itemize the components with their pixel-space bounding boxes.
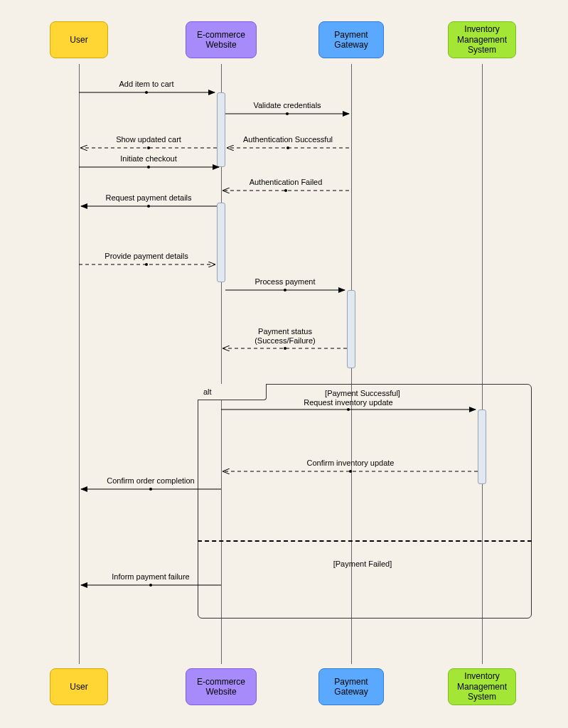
actor-label: Inventory Management System (451, 24, 513, 55)
actor-label: Payment Gateway (322, 677, 380, 697)
msg-checkout: Initiate checkout (120, 154, 177, 163)
actor-inventory-bottom: Inventory Management System (448, 668, 516, 705)
svg-point-11 (284, 189, 287, 192)
svg-point-27 (149, 584, 152, 587)
svg-point-15 (145, 263, 148, 266)
activation-website-1 (217, 92, 225, 167)
alt-label: alt (198, 384, 267, 400)
actor-label: E-commerce Website (189, 30, 253, 50)
arrows-layer: Add item to cart Validate credentials Us… (0, 0, 568, 728)
svg-point-17 (284, 289, 286, 291)
msg-status-a: Payment status (258, 327, 312, 336)
actor-website-top: E-commerce Website (186, 21, 257, 58)
svg-point-7 (286, 146, 289, 149)
alt-divider (198, 540, 532, 542)
actor-label: E-commerce Website (189, 677, 253, 697)
msg-add-item: Add item to cart (119, 80, 173, 88)
svg-point-1 (145, 91, 148, 94)
msg-conf-order: Confirm order completion (107, 476, 195, 485)
msg-show-cart: Show updated cart (116, 135, 181, 144)
alt-fragment (198, 384, 532, 619)
actor-label: User (70, 35, 87, 45)
svg-point-19 (284, 347, 286, 350)
svg-point-9 (147, 166, 150, 168)
activation-website-2 (217, 203, 225, 282)
svg-point-3 (286, 112, 289, 115)
sequence-diagram: User E-commerce Website Payment Gateway … (0, 0, 568, 728)
svg-point-13 (147, 205, 150, 208)
msg-process: Process payment (255, 277, 316, 286)
actor-gateway-top: Payment Gateway (318, 21, 384, 58)
msg-inform-fail: Inform payment failure (112, 572, 189, 581)
msg-auth-success: Authentication Successful (243, 135, 333, 144)
actor-label: Inventory Management System (451, 671, 513, 702)
msg-req-payment: Request payment details (105, 193, 192, 202)
actor-label: Payment Gateway (322, 30, 380, 50)
lifeline-user (79, 64, 80, 664)
msg-provide-payment: Provide payment details (105, 252, 188, 260)
msg-validate: Validate credentials (253, 101, 321, 109)
actor-user-bottom: User (50, 668, 108, 705)
msg-status-b: (Success/Failure) (254, 336, 316, 345)
actor-user-top: User (50, 21, 108, 58)
svg-point-25 (149, 488, 152, 491)
actor-label: User (70, 682, 87, 692)
actor-inventory-top: Inventory Management System (448, 21, 516, 58)
svg-point-5 (147, 146, 150, 149)
msg-auth-fail: Authentication Failed (250, 178, 323, 186)
activation-gateway (347, 290, 355, 368)
actor-website-bottom: E-commerce Website (186, 668, 257, 705)
actor-gateway-bottom: Payment Gateway (318, 668, 384, 705)
